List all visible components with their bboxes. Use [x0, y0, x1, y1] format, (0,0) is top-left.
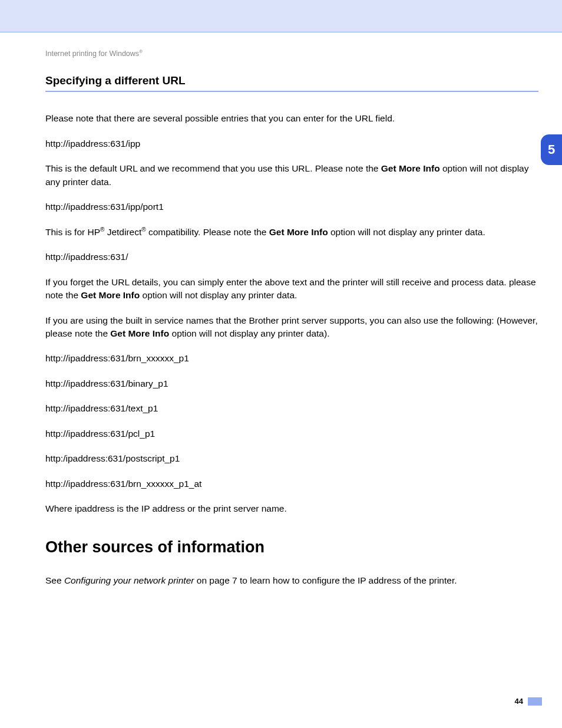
registered-mark: ®: [141, 226, 146, 233]
section-title: Specifying a different URL: [45, 74, 538, 92]
intro-paragraph: Please note that there are several possi…: [45, 112, 538, 125]
url2-description: This is for HP® Jetdirect® compatibility…: [45, 226, 538, 239]
top-band: [0, 0, 562, 32]
breadcrumb-text: Internet printing for Windows: [45, 50, 139, 58]
other-sources-paragraph: See Configuring your network printer on …: [45, 574, 538, 587]
page-footer: 44: [515, 697, 542, 706]
text: This is for HP: [45, 227, 100, 237]
url-entry: http://ipaddress:631/brn_xxxxxx_p1_at: [45, 477, 538, 490]
chapter-number: 5: [548, 142, 555, 157]
page-content: Internet printing for Windows® Specifyin…: [0, 32, 562, 587]
url-entry: http://ipaddress:631/binary_p1: [45, 377, 538, 390]
page-number: 44: [515, 697, 523, 706]
crossref-italic: Configuring your network printer: [64, 575, 194, 585]
main-heading: Other sources of information: [45, 538, 538, 556]
text: option will not display any printer data…: [328, 227, 485, 237]
registered-mark: ®: [139, 49, 143, 54]
text: compatibility. Please note the: [146, 227, 269, 237]
url-entry: http://ipaddress:631/brn_xxxxxx_p1: [45, 352, 538, 365]
text: option will not display any printer data…: [169, 328, 329, 338]
builtin-description: If you are using the built in service na…: [45, 314, 538, 341]
url3-description: If you forget the URL details, you can s…: [45, 276, 538, 302]
where-note: Where ipaddress is the IP address or the…: [45, 502, 538, 515]
text: Jetdirect: [104, 227, 141, 237]
url-entry: http://ipaddress:631/: [45, 251, 538, 263]
url-entry: http://ipaddress:631/text_p1: [45, 402, 538, 415]
url-entry: http:/ipaddress:631/postscript_p1: [45, 452, 538, 465]
get-more-info-bold: Get More Info: [381, 163, 440, 173]
breadcrumb: Internet printing for Windows®: [45, 49, 538, 58]
text: This is the default URL and we recommend…: [45, 163, 381, 173]
text: on page 7 to learn how to configure the …: [194, 575, 457, 585]
page-accent: [528, 697, 542, 706]
url1-description: This is the default URL and we recommend…: [45, 162, 538, 189]
chapter-tab: 5: [541, 134, 562, 165]
text: See: [45, 575, 64, 585]
text: option will not display any printer data…: [140, 290, 297, 300]
get-more-info-bold: Get More Info: [110, 328, 169, 338]
url-entry: http://ipaddress:631/pcl_p1: [45, 427, 538, 440]
url-entry: http://ipaddress:631/ipp/port1: [45, 200, 538, 213]
get-more-info-bold: Get More Info: [81, 290, 140, 300]
get-more-info-bold: Get More Info: [269, 227, 328, 237]
url-entry: http://ipaddress:631/ipp: [45, 137, 538, 150]
